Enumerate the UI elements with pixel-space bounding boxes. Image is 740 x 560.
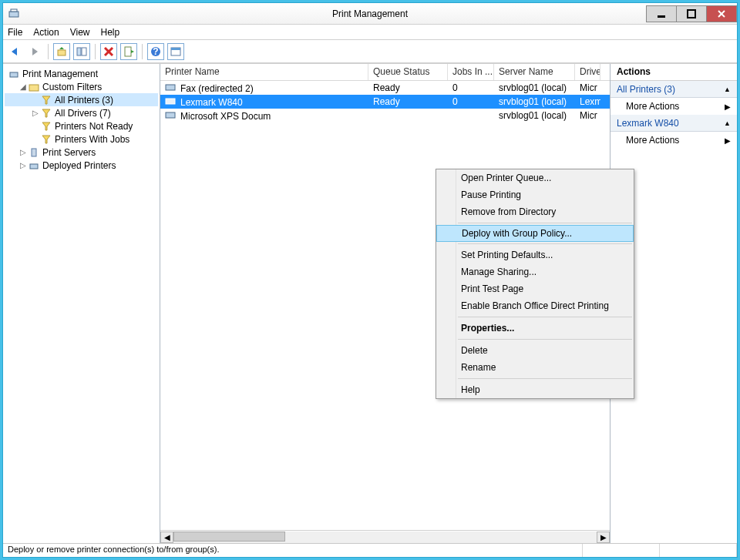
svg-marker-15 <box>131 50 134 53</box>
svg-marker-9 <box>59 47 64 49</box>
horizontal-scrollbar[interactable]: ◀ ▶ <box>160 530 610 543</box>
menu-action[interactable]: Action <box>33 27 59 38</box>
cm-rename[interactable]: Rename <box>436 359 634 376</box>
actions-more-selected-printer[interactable]: More Actions ▶ <box>610 132 737 149</box>
cm-pause-printing[interactable]: Pause Printing <box>436 186 634 203</box>
tree-all-printers[interactable]: All Printers (3) <box>5 93 158 106</box>
cell-driver: Micr <box>575 110 600 121</box>
cell-jobs: 0 <box>448 96 494 107</box>
cell-jobs: 0 <box>448 82 494 93</box>
actions-item-label: More Actions <box>626 101 679 112</box>
up-button[interactable] <box>53 43 70 60</box>
properties-button[interactable] <box>167 43 184 60</box>
tree-printers-not-ready[interactable]: Printers Not Ready <box>5 119 158 132</box>
close-button[interactable] <box>706 5 737 22</box>
menubar: File Action View Help <box>3 25 737 40</box>
printer-row-selected[interactable]: Lexmark W840 Ready 0 srvblog01 (local) L… <box>160 95 610 109</box>
scroll-thumb[interactable] <box>173 531 285 542</box>
cm-set-printing-defaults[interactable]: Set Printing Defaults... <box>436 246 634 263</box>
actions-more-all-printers[interactable]: More Actions ▶ <box>610 98 737 115</box>
toolbar-separator <box>142 44 143 59</box>
svg-rect-1 <box>11 9 17 12</box>
svg-marker-25 <box>42 136 50 143</box>
tree-root[interactable]: Print Management <box>5 67 158 80</box>
svg-rect-21 <box>29 85 39 91</box>
folder-icon <box>28 81 40 93</box>
cell-status: Ready <box>368 96 448 107</box>
col-driver[interactable]: Drive <box>575 64 600 80</box>
filter-icon <box>40 107 52 119</box>
arrow-right-icon: ▶ <box>725 102 731 111</box>
scroll-track[interactable] <box>173 531 597 543</box>
cm-help[interactable]: Help <box>436 381 634 398</box>
col-printer-name[interactable]: Printer Name <box>160 64 368 80</box>
tree-label: All Drivers (7) <box>55 108 111 119</box>
cm-enable-branch-office[interactable]: Enable Branch Office Direct Printing <box>436 297 634 314</box>
cm-manage-sharing[interactable]: Manage Sharing... <box>436 263 634 280</box>
minimize-button[interactable] <box>646 5 677 22</box>
printer-row[interactable]: Microsoft XPS Docum srvblog01 (local) Mi… <box>160 109 610 122</box>
menu-file[interactable]: File <box>8 27 22 38</box>
actions-section-all-printers[interactable]: All Printers (3) ▲ <box>610 81 737 98</box>
svg-rect-20 <box>10 72 18 77</box>
tree-all-drivers[interactable]: ▷ All Drivers (7) <box>5 106 158 119</box>
cm-deploy-group-policy[interactable]: Deploy with Group Policy... <box>436 225 634 242</box>
tree-printers-with-jobs[interactable]: Printers With Jobs <box>5 132 158 146</box>
window-controls <box>647 5 737 22</box>
menu-help[interactable]: Help <box>101 27 120 38</box>
svg-rect-30 <box>166 112 175 118</box>
cm-open-printer-queue[interactable]: Open Printer Queue... <box>436 169 634 186</box>
cm-properties[interactable]: Properties... <box>436 320 634 337</box>
svg-rect-19 <box>171 48 180 50</box>
cm-remove-from-directory[interactable]: Remove from Directory <box>436 203 634 220</box>
svg-rect-0 <box>9 12 18 17</box>
show-hide-button[interactable] <box>73 43 90 60</box>
help-button[interactable]: ? <box>147 43 164 60</box>
expand-icon[interactable]: ▷ <box>31 109 40 117</box>
scroll-left-button[interactable]: ◀ <box>160 531 173 543</box>
menu-view[interactable]: View <box>70 27 90 38</box>
collapse-icon[interactable]: ◢ <box>18 82 28 91</box>
list-header[interactable]: Printer Name Queue Status Jobs In ... Se… <box>160 64 610 81</box>
filter-icon <box>40 120 52 132</box>
cell-server: srvblog01 (local) <box>494 82 575 93</box>
maximize-button[interactable] <box>676 5 707 22</box>
export-button[interactable] <box>120 43 137 60</box>
filter-icon <box>40 94 52 106</box>
arrow-right-icon: ▶ <box>725 136 731 145</box>
tree-pane[interactable]: Print Management ◢ Custom Filters All Pr… <box>3 64 160 543</box>
window-title: Print Management <box>332 8 408 19</box>
tree-custom-filters[interactable]: ◢ Custom Filters <box>5 80 158 93</box>
tree-print-servers[interactable]: ▷ Print Servers <box>5 146 158 159</box>
actions-section-selected-printer[interactable]: Lexmark W840 ▲ <box>610 115 737 132</box>
svg-marker-6 <box>12 48 17 55</box>
delete-button[interactable] <box>100 43 117 60</box>
cm-print-test-page[interactable]: Print Test Page <box>436 280 634 297</box>
expand-icon[interactable]: ▷ <box>18 161 28 169</box>
svg-rect-3 <box>688 10 695 18</box>
col-server-name[interactable]: Server Name <box>494 64 575 80</box>
tree-root-label: Print Management <box>22 69 98 79</box>
scroll-right-button[interactable]: ▶ <box>597 531 610 543</box>
app-icon <box>8 8 20 20</box>
tree-deployed-printers[interactable]: ▷ Deployed Printers <box>5 159 158 172</box>
printer-row[interactable]: Fax (redirected 2) Ready 0 srvblog01 (lo… <box>160 81 610 95</box>
cm-delete[interactable]: Delete <box>436 342 634 359</box>
tree-label: Print Servers <box>42 147 96 158</box>
svg-rect-27 <box>30 164 38 169</box>
col-queue-status[interactable]: Queue Status <box>368 64 448 80</box>
expand-icon[interactable]: ▷ <box>18 148 28 156</box>
tree-label: Deployed Printers <box>42 160 116 171</box>
chevron-up-icon: ▲ <box>724 119 731 127</box>
col-jobs[interactable]: Jobs In ... <box>448 64 494 80</box>
forward-button[interactable] <box>26 43 43 60</box>
svg-rect-14 <box>125 47 131 56</box>
printer-icon <box>8 68 20 80</box>
svg-text:?: ? <box>153 46 158 57</box>
svg-marker-22 <box>42 96 50 104</box>
back-button[interactable] <box>6 43 23 60</box>
svg-rect-11 <box>82 48 86 55</box>
context-menu: Open Printer Queue... Pause Printing Rem… <box>436 169 634 399</box>
cell-name: Fax (redirected 2) <box>180 83 254 94</box>
cell-driver: Micr <box>575 82 600 93</box>
